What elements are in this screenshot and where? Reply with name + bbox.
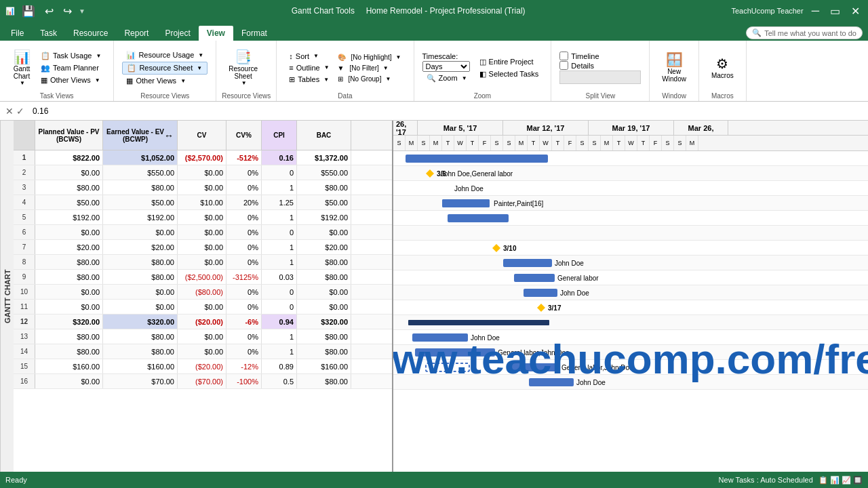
search-icon: 🔍 xyxy=(752,28,762,37)
no-highlight-dropdown[interactable]: [No Highlight] ▼ xyxy=(347,52,406,62)
tab-file[interactable]: File xyxy=(3,26,32,41)
grid-cell: 3 xyxy=(14,180,35,195)
grid-cell: $10.00 xyxy=(178,195,226,209)
gantt-day: M xyxy=(406,136,418,150)
close-button[interactable]: ✕ xyxy=(848,5,863,18)
grid-cell: 14 xyxy=(14,344,35,359)
selected-tasks-button[interactable]: ◧ Selected Tasks xyxy=(475,68,543,80)
grid-cell: 0% xyxy=(226,285,262,299)
tab-project[interactable]: Project xyxy=(157,26,198,41)
resource-views-label-1: Resource Views xyxy=(119,91,210,100)
main-content: GANTT CHART Planned Value - PV(BCWS) Ear… xyxy=(0,121,868,472)
formula-confirm-button[interactable]: ✓ xyxy=(16,106,24,117)
macros-button[interactable]: ⚙ Macros xyxy=(707,56,738,81)
gantt-row xyxy=(393,360,868,375)
grid-cell: $80.00 xyxy=(35,255,103,269)
other-views-button-1[interactable]: ▦ Other Views ▼ xyxy=(37,75,105,86)
grid-cell: $192.00 xyxy=(297,210,351,224)
grid-cell: $80.00 xyxy=(297,329,351,344)
tab-format[interactable]: Format xyxy=(233,26,275,41)
resource-usage-button-1[interactable]: 📊 Resource Usage ▼ xyxy=(122,49,208,61)
gantt-months-row: 26, '17 Mar 5, '17 Mar 12, '17 Mar 19, '… xyxy=(393,121,868,136)
sort-button[interactable]: ↕ Sort ▼ xyxy=(285,51,333,62)
ribbon-group-zoom: Timescale: Days 🔍 Zoom ▼ ◫ Entire Projec… xyxy=(414,41,552,101)
grid-cell: $0.00 xyxy=(35,165,103,180)
grid-cell: $80.00 xyxy=(35,180,103,195)
tab-resource[interactable]: Resource xyxy=(65,26,116,41)
grid-cell: 1 xyxy=(262,344,297,359)
grid-cell: 1 xyxy=(262,255,297,269)
grid-cell: $80.00 xyxy=(35,344,103,359)
grid-cell: 0% xyxy=(226,240,262,254)
grid-cell: $550.00 xyxy=(103,165,178,180)
outline-button[interactable]: ≡ Outline ▼ xyxy=(285,62,333,73)
save-button[interactable]: 💾 xyxy=(19,5,38,18)
grid-cell: 0.5 xyxy=(262,374,297,388)
gantt-day: T xyxy=(613,136,625,150)
table-row: 13$80.00$80.00$0.000%1$80.00 xyxy=(14,329,392,344)
pv-header: Planned Value - PV(BCWS) xyxy=(35,121,103,150)
highlight-icon: 🎨 xyxy=(338,54,346,61)
app-title: Gantt Chart Tools xyxy=(292,6,355,16)
grid-cell: 5 xyxy=(14,210,35,224)
grid-cell: $0.00 xyxy=(178,210,226,224)
no-filter-dropdown[interactable]: [No Filter] ▼ xyxy=(345,63,392,73)
gantt-day: T xyxy=(528,136,540,150)
redo-button[interactable]: ↪ xyxy=(60,5,75,18)
grid-cell: $80.00 xyxy=(297,180,351,195)
other-views-button-2[interactable]: ▦ Other Views ▼ xyxy=(122,75,208,87)
restore-button[interactable]: ▭ xyxy=(827,5,843,18)
formula-cancel-button[interactable]: ✕ xyxy=(5,106,14,117)
gantt-day: M xyxy=(515,136,528,150)
gantt-chart-button[interactable]: 📊 GanttChart ▼ xyxy=(8,49,35,87)
formula-bar-controls: ✕ ✓ xyxy=(5,106,24,117)
minimize-button[interactable]: ─ xyxy=(809,5,822,17)
grid-cell: $80.00 xyxy=(35,270,103,284)
grid-cell: $1,052.00 xyxy=(103,150,178,165)
grid-cell: 1 xyxy=(14,150,35,165)
no-group-dropdown[interactable]: [No Group] ▼ xyxy=(344,74,395,84)
outline-icon: ≡ xyxy=(289,64,293,72)
task-usage-button[interactable]: 📋 Task Usage ▼ xyxy=(37,50,105,62)
resource-sheet-button[interactable]: 📋 Resource Sheet ▼ xyxy=(122,62,208,75)
details-checkbox[interactable] xyxy=(559,61,568,70)
gantt-day: S xyxy=(393,136,406,150)
formula-input[interactable] xyxy=(30,105,863,117)
grid-cell: $50.00 xyxy=(35,195,103,209)
grid-cell: 2 xyxy=(14,165,35,180)
grid-cell: $0.00 xyxy=(178,165,226,180)
days-dropdown[interactable]: Days xyxy=(422,61,470,72)
timeline-checkbox[interactable] xyxy=(559,52,568,60)
resource-sheet-large-section: 📑 ResourceSheet ▼ xyxy=(222,43,264,89)
table-row: 5$192.00$192.00$0.000%1$192.00 xyxy=(14,210,392,225)
team-planner-button[interactable]: 👥 Team Planner xyxy=(37,62,105,74)
split-view-preview xyxy=(559,70,641,84)
tab-report[interactable]: Report xyxy=(116,26,157,41)
gantt-day: M xyxy=(601,136,613,150)
tab-task[interactable]: Task xyxy=(32,26,65,41)
tell-me-box[interactable]: 🔍 Tell me what you want to do xyxy=(746,26,863,39)
table-row: 12$320.00$320.00($20.00)-6%0.94$320.00 xyxy=(14,314,392,329)
gantt-area: 26, '17 Mar 5, '17 Mar 12, '17 Mar 19, '… xyxy=(393,121,868,472)
macros-icon: ⚙ xyxy=(716,57,728,70)
grid-cell: 0.89 xyxy=(262,359,297,373)
grid-cell: 1.25 xyxy=(262,195,297,209)
new-window-button[interactable]: 🪟 NewWindow xyxy=(658,52,690,84)
grid-cell: $80.00 xyxy=(103,270,178,284)
tables-button[interactable]: ⊞ Tables ▼ xyxy=(285,74,333,85)
gantt-day: F xyxy=(650,136,662,150)
entire-project-button[interactable]: ◫ Entire Project xyxy=(475,56,543,68)
grid-cell: $80.00 xyxy=(297,344,351,359)
grid-cell: 11 xyxy=(14,300,35,314)
grid-cell: 1 xyxy=(262,329,297,344)
ribbon-group-window: 🪟 NewWindow Window xyxy=(650,41,699,101)
gantt-rows xyxy=(393,151,868,390)
zoom-button[interactable]: 🔍 Zoom ▼ xyxy=(422,73,471,84)
grid-cell: 0% xyxy=(226,165,262,180)
selected-tasks-icon: ◧ xyxy=(479,70,486,79)
resource-sheet-large-button[interactable]: 📑 ResourceSheet ▼ xyxy=(224,49,262,87)
tab-view[interactable]: View xyxy=(199,26,233,41)
gantt-row xyxy=(393,181,868,196)
grid-cell: $0.00 xyxy=(103,285,178,299)
undo-button[interactable]: ↩ xyxy=(42,5,56,18)
